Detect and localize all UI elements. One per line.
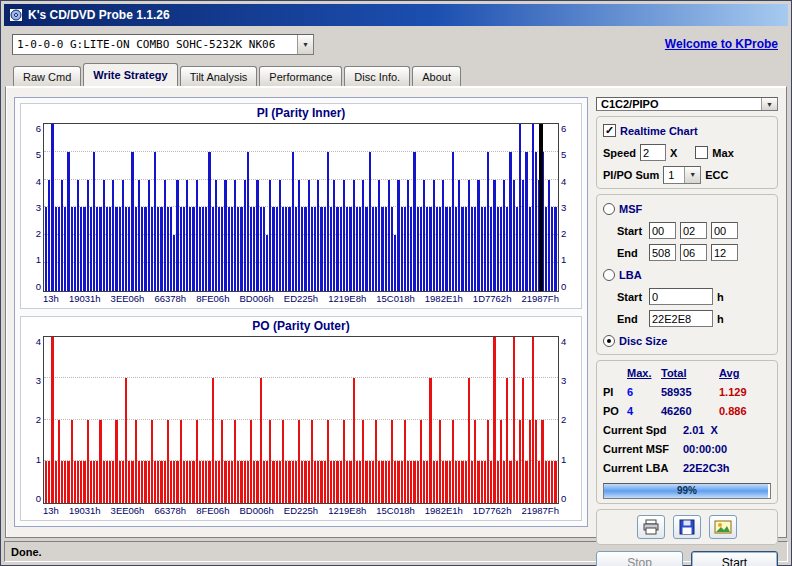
window-title: K's CD/DVD Probe 1.1.26 [28,8,170,22]
pi-total-value: 58935 [661,386,719,398]
po-total-value: 46260 [661,405,719,417]
chart-image-icon [714,520,732,534]
tab-strip: Raw Cmd Write Strategy Tilt Analysis Per… [4,62,788,86]
stats-header-max: Max. [627,367,661,379]
status-text: Done. [11,546,42,558]
lba-end-input[interactable] [649,310,713,327]
tab-tilt-analysis[interactable]: Tilt Analysis [180,66,258,86]
tab-raw-cmd[interactable]: Raw Cmd [13,66,81,86]
chevron-down-icon[interactable]: ▼ [684,167,700,183]
msf-start-sec-input[interactable] [680,222,707,239]
po-max-value: 4 [627,405,661,417]
pi-yaxis-right: 6543210 [559,123,575,292]
po-avg-value: 0.886 [719,405,771,417]
msf-label: MSF [619,203,642,215]
chevron-down-icon[interactable]: ▼ [761,98,777,110]
po-bars [45,337,557,504]
pipo-sum-label: PI/PO Sum [603,169,659,181]
pi-chart: PI (Parity Inner) 6543210 6543210 13h190… [20,103,582,309]
tab-write-strategy[interactable]: Write Strategy [83,63,177,86]
range-group: MSF Start End LBA [596,194,778,355]
pi-xaxis: 13h19031h3EE06h66378h8FE06hBD006hED225h1… [43,292,559,305]
startstop-row: Stop Start [596,551,778,566]
save-button[interactable] [673,515,701,539]
floppy-icon [679,519,695,535]
lba-label: LBA [619,269,642,281]
speed-label: Speed [603,147,636,159]
current-msf-row: Current MSF 00:00:00 [603,441,771,457]
lba-radio[interactable] [603,269,615,281]
lba-end-row: End h [603,309,771,328]
stats-row-pi: PI 6 58935 1.129 [603,384,771,400]
chevron-down-icon[interactable]: ▼ [297,35,313,54]
msf-end-row: End [603,243,771,262]
tab-about[interactable]: About [412,66,461,86]
charts-panel: PI (Parity Inner) 6543210 6543210 13h190… [14,97,588,527]
tab-page: PI (Parity Inner) 6543210 6543210 13h190… [5,86,787,538]
po-yaxis-right: 43210 [559,336,575,505]
max-speed-checkbox[interactable] [695,146,708,159]
speed-unit-label: X [670,147,677,159]
check-icon: ✓ [605,125,614,136]
toolbar: 1-0-0-0 G:LITE-ON COMBO SOHC-5232K NK06 … [4,26,788,62]
lba-end-label: End [617,313,645,325]
disc-size-label: Disc Size [619,335,667,347]
title-bar[interactable]: K's CD/DVD Probe 1.1.26 [4,4,788,26]
print-button[interactable] [637,515,665,539]
msf-end-sec-input[interactable] [680,244,707,261]
lba-start-input[interactable] [649,288,713,305]
lba-start-row: Start h [603,287,771,306]
pi-yaxis-left: 6543210 [27,123,43,292]
welcome-link[interactable]: Welcome to KProbe [665,37,778,51]
mode-select[interactable]: C1C2/PIPO ▼ [596,97,778,111]
po-chart-title: PO (Parity Outer) [27,319,575,336]
disc-size-radio[interactable] [603,335,615,347]
stats-header-avg: Avg [719,367,771,379]
pi-bars [45,124,557,291]
disc-size-option: Disc Size [603,331,771,350]
msf-start-row: Start [603,221,771,240]
lba-option: LBA [603,265,771,284]
pi-plot-area [43,123,559,292]
msf-end-frame-input[interactable] [711,244,738,261]
tab-disc-info[interactable]: Disc Info. [344,66,410,86]
pipo-sum-select[interactable]: 1 ▼ [663,166,701,184]
control-panel: C1C2/PIPO ▼ ✓ Realtime Chart Speed X Max… [596,97,778,527]
msf-radio[interactable] [603,203,615,215]
current-lba-row: Current LBA 22E2C3h [603,460,771,476]
start-button[interactable]: Start [691,551,778,566]
speed-row: Speed X Max [603,143,771,162]
po-xaxis: 13h19031h3EE06h66378h8FE06hBD006hED225h1… [43,504,559,517]
current-spd-row: Current Spd 2.01 X [603,422,771,438]
current-spd-label: Current Spd [603,424,683,436]
current-spd-value: 2.01 [683,424,704,436]
current-lba-label: Current LBA [603,462,683,474]
lba-start-unit: h [717,291,724,303]
stats-header-total: Total [661,367,719,379]
current-lba-value: 22E2C3h [683,462,771,474]
pi-avg-value: 1.129 [719,386,771,398]
msf-end-label: End [617,247,645,259]
msf-start-min-input[interactable] [649,222,676,239]
device-select[interactable]: 1-0-0-0 G:LITE-ON COMBO SOHC-5232K NK06 … [12,34,314,55]
stats-row-po: PO 4 46260 0.886 [603,403,771,419]
stop-button[interactable]: Stop [596,551,683,566]
chevron-down-glyph: ▼ [689,171,696,178]
app-icon [9,8,23,22]
speed-input[interactable] [640,144,666,161]
realtime-chart-checkbox[interactable]: ✓ [603,124,616,137]
tab-performance[interactable]: Performance [259,66,342,86]
msf-start-frame-input[interactable] [711,222,738,239]
msf-start-label: Start [617,225,645,237]
lba-end-unit: h [717,313,724,325]
export-image-button[interactable] [709,515,737,539]
pi-max-value: 6 [627,386,661,398]
pi-row-label: PI [603,386,627,398]
msf-end-min-input[interactable] [649,244,676,261]
chevron-down-glyph: ▼ [302,41,309,48]
mode-select-value: C1C2/PIPO [597,98,761,110]
po-plot-area [43,336,559,505]
printer-icon [642,519,660,535]
current-spd-value-wrap: 2.01 X [683,424,771,436]
max-speed-label: Max [712,147,733,159]
